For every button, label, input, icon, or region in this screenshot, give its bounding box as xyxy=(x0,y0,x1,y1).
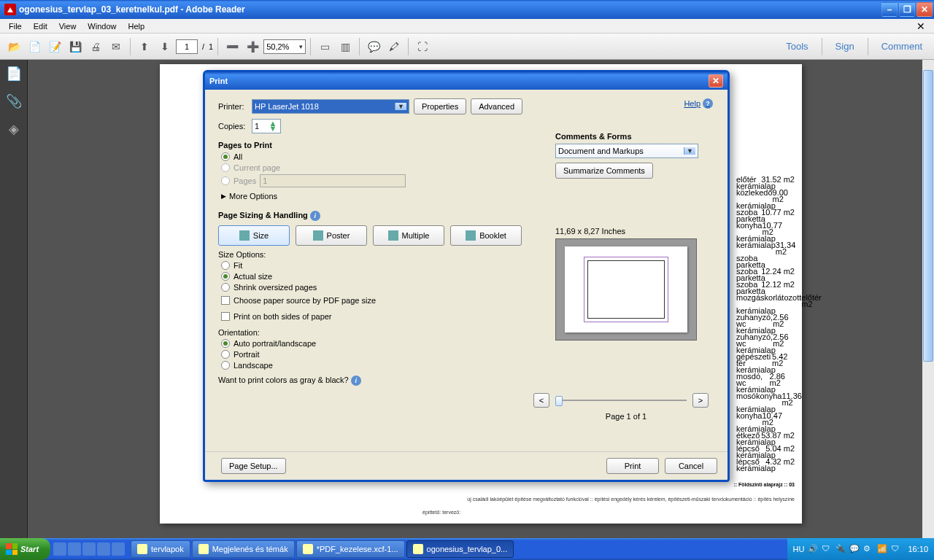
print-preview xyxy=(555,238,697,341)
properties-button[interactable]: Properties xyxy=(414,98,466,114)
print-dialog: Print ✕ Help? Printer: HP LaserJet 1018▼… xyxy=(203,70,730,482)
tray-icon[interactable]: 🛡 xyxy=(891,544,901,554)
print-icon[interactable]: 🖨 xyxy=(86,37,105,56)
task-item[interactable]: *PDF_kezelese.xcf-1... xyxy=(296,540,405,558)
radio-portrait[interactable] xyxy=(221,350,230,359)
tray-icon[interactable]: 💬 xyxy=(849,544,860,554)
close-button[interactable]: ✕ xyxy=(916,2,933,17)
start-button[interactable]: Start xyxy=(0,538,50,560)
multiple-button[interactable]: Multiple xyxy=(373,225,444,246)
radio-auto-orientation[interactable] xyxy=(221,339,230,348)
radio-all[interactable] xyxy=(221,152,230,161)
ql-icon[interactable] xyxy=(82,542,96,556)
tray-icon[interactable]: 🔊 xyxy=(808,544,818,554)
email-icon[interactable]: ✉ xyxy=(107,37,126,56)
page-setup-button[interactable]: Page Setup... xyxy=(221,458,286,474)
poster-icon xyxy=(313,230,323,241)
radio-current-page[interactable] xyxy=(221,163,230,172)
menu-edit[interactable]: Edit xyxy=(28,20,53,32)
radio-fit[interactable] xyxy=(221,261,230,270)
radio-landscape[interactable] xyxy=(221,361,230,370)
copies-spinner[interactable]: 1▲▼ xyxy=(252,119,281,133)
menu-file[interactable]: File xyxy=(3,20,28,32)
language-indicator[interactable]: HU xyxy=(793,545,805,553)
comment-icon[interactable]: 💬 xyxy=(364,37,383,56)
checkbox-paper-source[interactable] xyxy=(221,296,230,305)
attachments-icon[interactable]: 📎 xyxy=(6,93,22,109)
minimize-button[interactable]: – xyxy=(881,2,898,17)
sign-link[interactable]: Sign xyxy=(828,38,862,55)
tray-icon[interactable]: ⚙ xyxy=(863,544,873,554)
task-item[interactable]: Megjelenés és témák xyxy=(192,540,295,558)
thumbnails-icon[interactable]: 📄 xyxy=(6,66,22,82)
preview-next-button[interactable]: > xyxy=(692,393,709,408)
radio-actual-size[interactable] xyxy=(221,272,230,281)
comments-combo[interactable]: Document and Markups▼ xyxy=(555,144,698,158)
zoom-combo[interactable]: 50,2% xyxy=(263,39,306,54)
info-icon[interactable]: i xyxy=(310,211,320,221)
highlight-icon[interactable]: 🖍 xyxy=(385,37,404,56)
layers-icon[interactable]: ◈ xyxy=(6,121,22,137)
read-mode-icon[interactable]: ⛶ xyxy=(413,37,432,56)
tray-icon[interactable]: 🛡 xyxy=(822,544,832,554)
poster-button[interactable]: Poster xyxy=(296,225,367,246)
task-item[interactable]: ogonesius_tervlap_0... xyxy=(406,540,514,558)
page-sep: / xyxy=(199,42,207,51)
size-button[interactable]: Size xyxy=(218,225,290,246)
booklet-button[interactable]: Booklet xyxy=(450,225,522,246)
taskbar: Start tervlapok Megjelenés és témák *PDF… xyxy=(0,538,934,560)
radio-shrink[interactable] xyxy=(221,283,230,292)
create-pdf-icon[interactable]: 📄 xyxy=(25,37,44,56)
page-down-icon[interactable]: ⬇ xyxy=(155,37,174,56)
maximize-button[interactable]: ❐ xyxy=(899,2,915,17)
tray-icon[interactable]: 🔌 xyxy=(835,544,846,554)
ql-icon[interactable] xyxy=(112,542,125,556)
dialog-close-button[interactable]: ✕ xyxy=(709,74,723,88)
ql-icon[interactable] xyxy=(53,542,66,556)
fit-page-icon[interactable]: ▭ xyxy=(315,37,334,56)
page-number-input[interactable] xyxy=(176,39,198,54)
gimp-icon xyxy=(303,544,313,554)
radio-pages[interactable] xyxy=(221,176,230,185)
vertical-scrollbar[interactable] xyxy=(922,60,934,538)
zoom-in-icon[interactable]: ➕ xyxy=(243,37,262,56)
printer-label: Printer: xyxy=(218,102,247,111)
info-icon[interactable]: i xyxy=(351,376,361,386)
fit-width-icon[interactable]: ▥ xyxy=(336,37,355,56)
ql-icon[interactable] xyxy=(68,542,81,556)
save-icon[interactable]: 💾 xyxy=(66,37,85,56)
pdf-room-list: előtér31.52 m2kerámialapközlekedő9.00 m2… xyxy=(736,176,795,472)
window-title: ogonesius_tervlap_03_keretnelkul.pdf - A… xyxy=(19,4,881,15)
menu-window[interactable]: Window xyxy=(82,20,122,32)
comment-link[interactable]: Comment xyxy=(874,38,930,55)
export-icon[interactable]: 📝 xyxy=(45,37,64,56)
advanced-button[interactable]: Advanced xyxy=(471,98,522,114)
menubar: File Edit View Window Help ✕ xyxy=(0,19,934,34)
ql-icon[interactable] xyxy=(97,542,110,556)
more-options-toggle[interactable]: ▶More Options xyxy=(221,192,714,201)
summarize-comments-button[interactable]: Summarize Comments xyxy=(555,163,653,179)
cancel-button[interactable]: Cancel xyxy=(665,458,717,474)
tools-link[interactable]: Tools xyxy=(779,38,815,55)
print-button[interactable]: Print xyxy=(606,458,659,474)
size-icon xyxy=(239,230,250,241)
preview-prev-button[interactable]: < xyxy=(533,393,549,408)
task-item[interactable]: tervlapok xyxy=(131,540,190,558)
menu-view[interactable]: View xyxy=(53,20,82,32)
help-link[interactable]: Help? xyxy=(684,98,713,109)
zoom-out-icon[interactable]: ➖ xyxy=(223,37,242,56)
checkbox-both-sides[interactable] xyxy=(221,312,230,321)
system-tray: HU 🔊 🛡 🔌 💬 ⚙ 📶 🛡 16:10 xyxy=(787,538,934,560)
open-icon[interactable]: 📂 xyxy=(4,37,23,56)
dialog-titlebar: Print ✕ xyxy=(205,72,727,90)
tray-icon[interactable]: 📶 xyxy=(877,544,887,554)
pages-input[interactable] xyxy=(260,174,406,187)
menubar-close-icon[interactable]: ✕ xyxy=(911,19,931,34)
clock[interactable]: 16:10 xyxy=(908,545,928,553)
preview-slider[interactable] xyxy=(555,400,687,401)
pdf-icon xyxy=(413,544,423,554)
printer-combo[interactable]: HP LaserJet 1018▼ xyxy=(252,99,409,114)
menu-help[interactable]: Help xyxy=(122,20,150,32)
page-up-icon[interactable]: ⬆ xyxy=(135,37,154,56)
booklet-icon xyxy=(466,230,476,241)
